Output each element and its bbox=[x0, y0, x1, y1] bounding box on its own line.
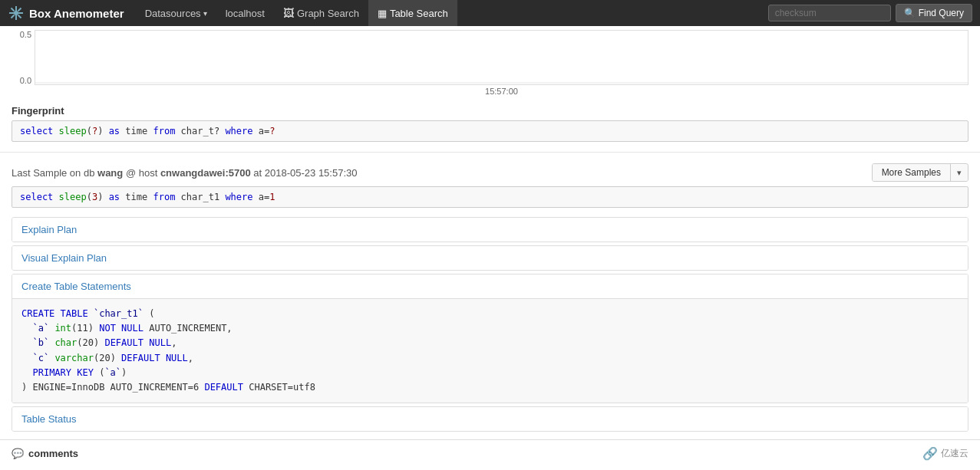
last-sample-db: wang bbox=[97, 167, 123, 179]
explain-plan-header[interactable]: Explain Plan bbox=[12, 218, 968, 242]
find-query-button[interactable]: 🔍 Find Query bbox=[896, 4, 972, 22]
svg-line-8 bbox=[12, 15, 15, 18]
last-sample-text: Last Sample on db wang @ host cnwangdawe… bbox=[12, 167, 357, 179]
visual-explain-section: Visual Explain Plan bbox=[12, 245, 968, 271]
more-samples-label: More Samples bbox=[873, 164, 951, 181]
last-sample-host: cnwangdawei:5700 bbox=[160, 167, 251, 179]
brand-label: Box Anemometer bbox=[29, 7, 124, 20]
navbar: Box Anemometer Datasources ▾ localhost 🖼… bbox=[0, 0, 980, 26]
y-bottom-label: 0.0 bbox=[12, 76, 31, 85]
nav-item-localhost[interactable]: localhost bbox=[216, 0, 274, 26]
visual-explain-header[interactable]: Visual Explain Plan bbox=[12, 246, 968, 270]
comments-title: 💬 comments bbox=[12, 448, 78, 459]
fingerprint-code: select sleep(?) as time from char_t? whe… bbox=[12, 120, 968, 142]
chart-canvas bbox=[35, 30, 968, 85]
search-input[interactable] bbox=[768, 5, 891, 21]
table-icon: ▦ bbox=[378, 8, 387, 19]
table-status-section: Table Status bbox=[12, 406, 968, 432]
chart-wrapper: 0.5 0.0 bbox=[12, 30, 968, 85]
last-sample-date: 2018-05-23 15:57:30 bbox=[265, 167, 358, 179]
fingerprint-section: Fingerprint select sleep(?) as time from… bbox=[0, 99, 980, 146]
datasources-caret: ▾ bbox=[203, 9, 207, 18]
comments-icon: 💬 bbox=[12, 448, 24, 459]
comments-label: comments bbox=[28, 448, 78, 459]
svg-line-6 bbox=[18, 15, 21, 18]
x-axis-label: 15:57:00 bbox=[35, 87, 968, 96]
more-samples-caret[interactable]: ▾ bbox=[951, 165, 968, 181]
last-sample-at-host: @ host bbox=[126, 167, 160, 179]
create-table-code: CREATE TABLE `char_t1` ( `a` int(11) NOT… bbox=[21, 307, 959, 395]
svg-rect-9 bbox=[35, 31, 968, 84]
localhost-label: localhost bbox=[226, 8, 265, 19]
brand-name: 亿速云 bbox=[941, 447, 968, 460]
svg-line-7 bbox=[18, 8, 21, 12]
last-sample-header: Last Sample on db wang @ host cnwangdawe… bbox=[0, 159, 980, 186]
create-table-header[interactable]: Create Table Statements bbox=[12, 274, 968, 298]
explain-plan-section: Explain Plan bbox=[12, 217, 968, 242]
graph-icon: 🖼 bbox=[283, 7, 294, 19]
last-sample-code-wrap: select sleep(3) as time from char_t1 whe… bbox=[0, 186, 980, 214]
search-icon: 🔍 bbox=[904, 8, 916, 18]
last-sample-code: select sleep(3) as time from char_t1 whe… bbox=[12, 186, 968, 208]
brand[interactable]: Box Anemometer bbox=[8, 5, 124, 21]
svg-line-5 bbox=[12, 8, 15, 12]
logo-icon bbox=[8, 5, 25, 21]
footer-brand: 🔗 亿速云 bbox=[922, 446, 968, 461]
fingerprint-label: Fingerprint bbox=[12, 105, 968, 117]
brand-icon: 🔗 bbox=[922, 446, 938, 461]
y-top-label: 0.5 bbox=[12, 30, 31, 39]
divider-1 bbox=[0, 152, 980, 153]
table-search-label: Table Search bbox=[390, 8, 448, 19]
table-status-header[interactable]: Table Status bbox=[12, 407, 968, 431]
graph-search-label: Graph Search bbox=[297, 8, 359, 19]
nav-item-table-search[interactable]: ▦ Table Search bbox=[368, 0, 457, 26]
navbar-right: 🔍 Find Query bbox=[768, 4, 972, 22]
content: 0.5 0.0 15:57:00 Fingerprint select slee… bbox=[0, 26, 980, 467]
create-table-body: CREATE TABLE `char_t1` ( `a` int(11) NOT… bbox=[12, 298, 968, 403]
last-sample-prefix: Last Sample on db bbox=[12, 167, 97, 179]
datasources-label: Datasources bbox=[145, 8, 201, 19]
create-table-section: Create Table Statements CREATE TABLE `ch… bbox=[12, 274, 968, 403]
nav-item-graph-search[interactable]: 🖼 Graph Search bbox=[274, 0, 368, 26]
chart-area: 0.5 0.0 15:57:00 bbox=[0, 26, 980, 99]
comments-section: 💬 comments 🔗 亿速云 bbox=[0, 439, 980, 467]
y-axis-labels: 0.5 0.0 bbox=[12, 30, 35, 85]
last-sample-at: at bbox=[253, 167, 264, 179]
nav-item-datasources[interactable]: Datasources ▾ bbox=[136, 0, 216, 26]
more-samples-btn[interactable]: More Samples ▾ bbox=[872, 163, 968, 182]
